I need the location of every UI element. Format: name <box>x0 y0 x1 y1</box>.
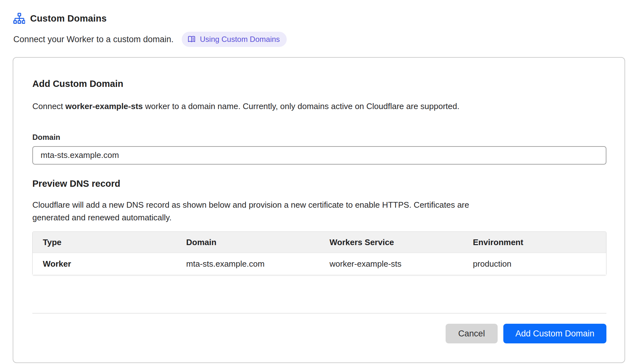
custom-domains-page: Custom Domains Connect your Worker to a … <box>0 0 634 363</box>
page-subtitle: Connect your Worker to a custom domain. <box>13 35 173 44</box>
column-header-type: Type <box>33 232 176 253</box>
intro-suffix: worker to a domain name. Currently, only… <box>143 101 459 111</box>
page-subtitle-row: Connect your Worker to a custom domain. … <box>13 32 625 47</box>
footer-divider <box>32 313 606 314</box>
sitemap-icon <box>13 13 25 24</box>
cell-environment: production <box>463 253 606 275</box>
add-custom-domain-button[interactable]: Add Custom Domain <box>503 324 606 343</box>
domain-field-label: Domain <box>32 133 605 142</box>
cell-type: Worker <box>33 253 176 275</box>
using-custom-domains-docs-link[interactable]: Using Custom Domains <box>182 32 287 47</box>
card-intro-text: Connect worker-example-sts worker to a d… <box>32 101 605 112</box>
cell-domain: mta-sts.example.com <box>176 253 319 275</box>
worker-name: worker-example-sts <box>65 101 143 111</box>
page-title: Custom Domains <box>30 13 107 24</box>
open-book-icon <box>187 35 196 43</box>
column-header-domain: Domain <box>176 232 319 253</box>
card-heading: Add Custom Domain <box>32 79 605 89</box>
card-footer-actions: Cancel Add Custom Domain <box>32 324 606 343</box>
domain-input[interactable] <box>32 146 606 165</box>
docs-badge-label: Using Custom Domains <box>200 35 280 44</box>
dns-preview-table: Type Domain Workers Service Environment … <box>32 231 606 275</box>
table-row: Worker mta-sts.example.com worker-exampl… <box>33 253 606 275</box>
column-header-workers-service: Workers Service <box>319 232 463 253</box>
preview-dns-heading: Preview DNS record <box>32 179 605 189</box>
cell-workers-service: worker-example-sts <box>319 253 463 275</box>
cancel-button[interactable]: Cancel <box>446 324 498 343</box>
page-header: Custom Domains <box>13 13 625 24</box>
preview-dns-description: Cloudflare will add a new DNS record as … <box>32 198 505 224</box>
column-header-environment: Environment <box>463 232 606 253</box>
add-custom-domain-card: Add Custom Domain Connect worker-example… <box>13 57 625 363</box>
table-header-row: Type Domain Workers Service Environment <box>33 232 606 253</box>
intro-prefix: Connect <box>32 101 65 111</box>
